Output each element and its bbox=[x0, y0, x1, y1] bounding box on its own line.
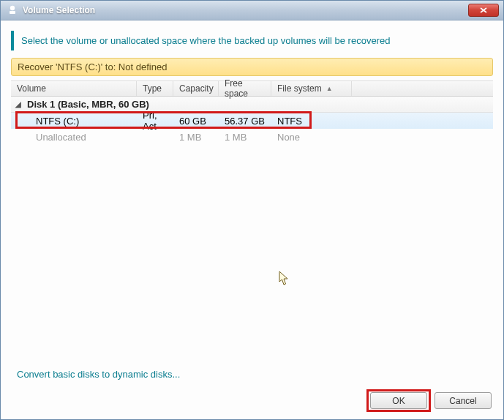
recover-target-bar: Recover 'NTFS (C:)' to: Not defined bbox=[11, 58, 493, 76]
col-freespace[interactable]: Free space bbox=[219, 81, 271, 96]
table-body: ◢ Disk 1 (Basic, MBR, 60 GB) NTFS (C:) P… bbox=[11, 97, 493, 145]
cell-freespace: 56.37 GB bbox=[219, 116, 271, 127]
cell-capacity: 1 MB bbox=[173, 132, 219, 143]
cell-filesystem: None bbox=[271, 132, 352, 143]
table-header: Volume Type Capacity Free space File sys… bbox=[11, 80, 493, 97]
dialog-content: Select the volume or unallocated space w… bbox=[1, 20, 503, 419]
instruction-text: Select the volume or unallocated space w… bbox=[21, 35, 493, 46]
sort-asc-icon: ▲ bbox=[326, 85, 333, 92]
window-title: Volume Selection bbox=[23, 5, 468, 15]
app-icon bbox=[7, 4, 18, 16]
dialog-buttons: OK Cancel bbox=[370, 392, 492, 409]
titlebar[interactable]: Volume Selection bbox=[1, 1, 503, 20]
svg-rect-1 bbox=[10, 11, 15, 14]
volume-row-unallocated[interactable]: Unallocated 1 MB 1 MB None bbox=[11, 129, 493, 145]
svg-point-0 bbox=[10, 6, 15, 10]
dialog-window: Volume Selection Select the volume or un… bbox=[0, 0, 504, 420]
cell-type: Pri, Act bbox=[137, 110, 173, 132]
col-capacity[interactable]: Capacity bbox=[173, 81, 219, 96]
cancel-button[interactable]: Cancel bbox=[435, 392, 492, 409]
col-type[interactable]: Type bbox=[137, 81, 173, 96]
cell-volume: Unallocated bbox=[11, 132, 137, 143]
cell-capacity: 60 GB bbox=[173, 116, 219, 127]
col-filesystem[interactable]: File system ▲ bbox=[271, 81, 352, 96]
cell-filesystem: NTFS bbox=[271, 116, 352, 127]
col-filesystem-label: File system bbox=[277, 83, 322, 94]
disk-label: Disk 1 (Basic, MBR, 60 GB) bbox=[27, 99, 149, 110]
volume-row-ntfs-c[interactable]: NTFS (C:) Pri, Act 60 GB 56.37 GB NTFS bbox=[11, 113, 493, 129]
cell-volume: NTFS (C:) bbox=[11, 116, 137, 127]
close-button[interactable] bbox=[468, 4, 499, 17]
instruction-bar: Select the volume or unallocated space w… bbox=[11, 31, 493, 50]
col-volume[interactable]: Volume bbox=[11, 81, 137, 96]
convert-disks-link[interactable]: Convert basic disks to dynamic disks... bbox=[17, 369, 180, 380]
disk-group-row[interactable]: ◢ Disk 1 (Basic, MBR, 60 GB) bbox=[11, 97, 493, 113]
ok-button[interactable]: OK bbox=[370, 392, 427, 409]
collapse-icon[interactable]: ◢ bbox=[15, 100, 24, 108]
cell-freespace: 1 MB bbox=[219, 132, 271, 143]
cursor-icon bbox=[279, 271, 290, 287]
